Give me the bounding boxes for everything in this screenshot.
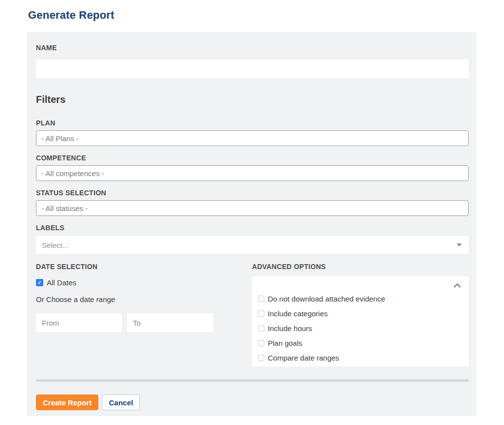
status-selected-value: - All statuses - [41, 204, 88, 212]
advanced-option-label: Plan goals [268, 339, 302, 347]
collapse-toggle[interactable] [258, 283, 461, 290]
plan-select[interactable]: - All Plans - [36, 130, 469, 146]
create-report-button[interactable]: Create Report [36, 395, 98, 410]
generate-report-form-panel: NAME Filters PLAN - All Plans - COMPETEN… [27, 32, 476, 416]
plan-selected-value: - All Plans - [41, 134, 79, 143]
chevron-down-icon [457, 243, 462, 246]
filters-heading: Filters [36, 94, 469, 105]
footer-divider [36, 379, 469, 382]
unchecked-checkbox-icon[interactable] [258, 310, 264, 317]
all-dates-checkbox-row[interactable]: ✓ All Dates [36, 278, 252, 287]
advanced-options-panel: Do not download attached evidence Includ… [252, 276, 469, 366]
status-select[interactable]: - All statuses - [36, 200, 469, 216]
status-label: STATUS SELECTION [36, 189, 469, 197]
advanced-option-row[interactable]: Plan goals [258, 339, 461, 347]
labels-placeholder: Select... [42, 241, 68, 249]
unchecked-checkbox-icon[interactable] [258, 296, 264, 302]
labels-select[interactable]: Select... [36, 236, 469, 254]
date-range-hint: Or Choose a date range [36, 295, 252, 304]
plan-label: PLAN [36, 119, 469, 127]
advanced-option-label: Compare date ranges [268, 354, 339, 362]
advanced-option-row[interactable]: Compare date ranges [258, 354, 461, 362]
advanced-option-label: Include categories [268, 309, 328, 318]
competence-label: COMPETENCE [36, 154, 469, 162]
all-dates-label: All Dates [47, 278, 76, 287]
cancel-button[interactable]: Cancel [102, 395, 140, 410]
name-input[interactable] [36, 60, 469, 78]
advanced-options-label: ADVANCED OPTIONS [252, 263, 469, 271]
competence-select[interactable]: - All competences - [36, 165, 469, 181]
date-to-input[interactable] [127, 313, 213, 332]
page-title: Generate Report [28, 9, 504, 22]
unchecked-checkbox-icon[interactable] [258, 325, 264, 332]
advanced-options-list: Do not download attached evidence Includ… [258, 295, 461, 362]
advanced-option-row[interactable]: Include categories [258, 309, 461, 318]
name-label: NAME [36, 44, 469, 52]
unchecked-checkbox-icon[interactable] [258, 340, 264, 346]
advanced-option-label: Include hours [268, 324, 312, 333]
advanced-option-row[interactable]: Include hours [258, 324, 461, 333]
date-selection-label: DATE SELECTION [36, 263, 252, 271]
unchecked-checkbox-icon[interactable] [258, 355, 264, 361]
competence-selected-value: - All competences - [41, 169, 104, 178]
date-from-input[interactable] [36, 313, 122, 332]
advanced-option-row[interactable]: Do not download attached evidence [258, 295, 461, 303]
chevron-up-icon [454, 283, 461, 288]
labels-label: LABELS [36, 224, 469, 232]
advanced-option-label: Do not download attached evidence [268, 295, 385, 303]
checked-checkbox-icon[interactable]: ✓ [36, 279, 43, 286]
